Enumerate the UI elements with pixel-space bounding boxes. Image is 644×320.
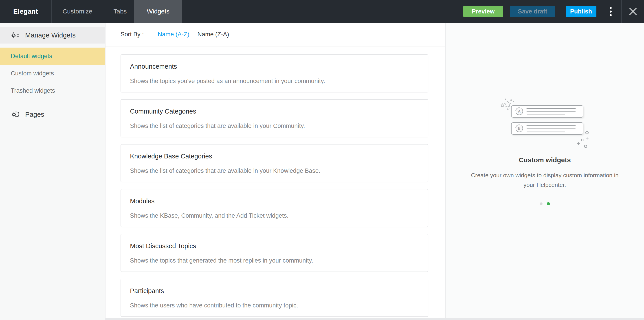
carousel-dot-active[interactable] (547, 202, 550, 205)
widget-title: Participants (130, 287, 428, 295)
widget-card-community-categories[interactable]: Community Categories Shows the list of c… (120, 99, 428, 137)
custom-widgets-description: Create your own widgets to display custo… (446, 170, 644, 190)
close-icon (628, 7, 638, 16)
widget-description: Shows the list of categories that are av… (130, 168, 428, 174)
widget-card-list: Announcements Shows the topics you've po… (106, 46, 445, 317)
tab-customize[interactable]: Customize (52, 0, 103, 23)
widget-description: Shows the topics that generated the most… (130, 257, 428, 264)
sort-name-za[interactable]: Name (Z-A) (198, 31, 229, 38)
custom-widgets-title: Custom widgets (446, 156, 644, 164)
widget-title: Most Discussed Topics (130, 242, 428, 250)
description-line: Create your own widgets to display custo… (446, 170, 644, 180)
gear-page-icon (11, 110, 20, 119)
widget-title: Announcements (130, 63, 428, 70)
manage-widgets-header[interactable]: Manage Widgets (0, 27, 105, 44)
carousel-dots (446, 202, 644, 205)
kebab-dot (610, 10, 612, 12)
publish-button[interactable]: Publish (566, 6, 596, 17)
illustration-item-b-label: B (518, 126, 520, 130)
sidebar-item-trashed-widgets[interactable]: Trashed widgets (0, 82, 105, 100)
more-options-icon[interactable] (604, 0, 617, 23)
kebab-dot (610, 14, 612, 16)
sidebar-nav: Default widgets Custom widgets Trashed w… (0, 48, 105, 100)
custom-widgets-info-panel: A B (445, 23, 644, 320)
sparkles-icon (501, 99, 512, 110)
bottom-edge-strip (106, 318, 644, 320)
tab-tabs[interactable]: Tabs (103, 0, 137, 23)
tab-widgets[interactable]: Widgets (134, 0, 182, 23)
save-draft-button[interactable]: Save draft (510, 6, 555, 17)
widget-card-modules[interactable]: Modules Shows the KBase, Community, and … (120, 189, 428, 227)
widget-description: Shows the users who have contributed to … (130, 302, 428, 309)
widget-card-participants[interactable]: Participants Shows the users who have co… (120, 279, 428, 317)
widget-description: Shows the topics you've posted as an ann… (130, 78, 428, 84)
widget-list-panel: Sort By : Name (A-Z) Name (Z-A) Announce… (106, 23, 445, 320)
sidebar-item-pages[interactable]: Pages (0, 108, 105, 121)
preview-button[interactable]: Preview (463, 6, 503, 17)
manage-widgets-label: Manage Widgets (25, 32, 76, 39)
widget-card-knowledge-base-categories[interactable]: Knowledge Base Categories Shows the list… (120, 144, 428, 182)
sort-name-az[interactable]: Name (A-Z) (158, 31, 190, 38)
widget-title: Modules (130, 198, 428, 205)
theme-name: Elegant (0, 0, 51, 23)
widget-title: Community Categories (130, 108, 428, 115)
sidebar: Manage Widgets Default widgets Custom wi… (0, 23, 106, 320)
sidebar-item-custom-widgets[interactable]: Custom widgets (0, 65, 105, 82)
description-line: your Helpcenter. (446, 180, 644, 190)
close-button[interactable] (622, 0, 644, 23)
widget-description: Shows the KBase, Community, and the Add … (130, 212, 428, 219)
widget-title: Knowledge Base Categories (130, 152, 428, 160)
pages-label: Pages (25, 111, 44, 118)
gear-list-icon (11, 31, 20, 40)
custom-widgets-illustration: A B (498, 98, 592, 151)
sort-by-label: Sort By : (120, 31, 144, 38)
widget-card-announcements[interactable]: Announcements Shows the topics you've po… (120, 54, 428, 92)
sort-bar: Sort By : Name (A-Z) Name (Z-A) (106, 23, 445, 46)
illustration-item-a-label: A (518, 110, 520, 113)
sidebar-item-default-widgets[interactable]: Default widgets (0, 48, 105, 65)
widget-description: Shows the list of categories that are av… (130, 122, 428, 130)
kebab-dot (610, 7, 612, 9)
topbar: Elegant Customize Tabs Widgets Preview S… (0, 0, 644, 23)
widget-card-most-discussed-topics[interactable]: Most Discussed Topics Shows the topics t… (120, 234, 428, 272)
carousel-dot-inactive[interactable] (540, 202, 542, 205)
